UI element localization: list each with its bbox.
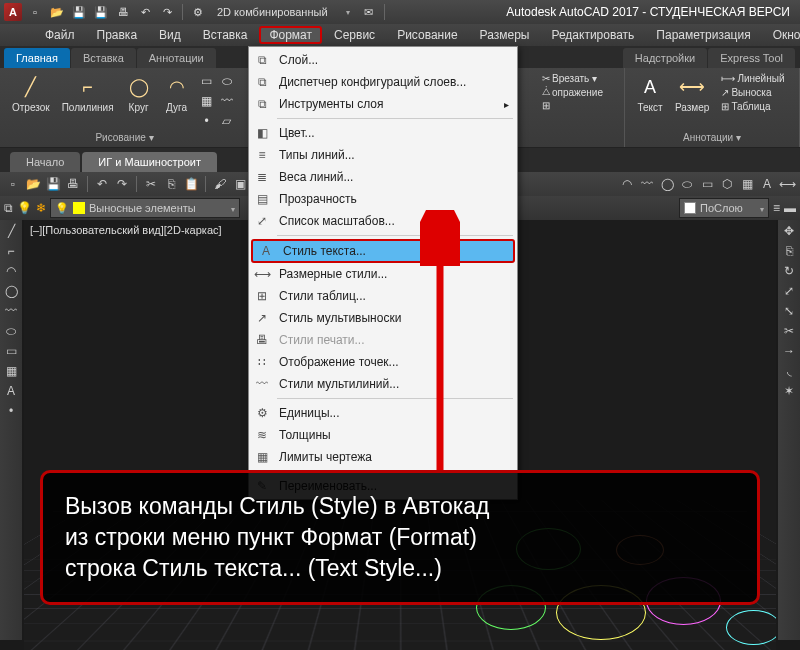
menu-insert[interactable]: Вставка — [193, 26, 258, 44]
layer-on-icon[interactable]: 💡 — [17, 201, 32, 215]
redo-icon[interactable]: ↷ — [158, 3, 176, 21]
hatch-icon[interactable]: ▦ — [198, 92, 216, 110]
format-menu-item[interactable]: AСтиль текста... — [251, 239, 515, 263]
format-menu-item[interactable]: ⧉Диспетчер конфигураций слоев... — [249, 71, 517, 93]
format-menu-item[interactable]: ≣Веса линий... — [249, 166, 517, 188]
move-icon[interactable]: ✥ — [780, 222, 798, 240]
array-button[interactable]: ⊞ — [538, 99, 616, 112]
lineweight-icon[interactable]: ▬ — [784, 201, 796, 215]
paste-icon[interactable]: 📋 — [182, 175, 200, 193]
format-menu-item[interactable]: ⧉Слой... — [249, 49, 517, 71]
text-tool-icon[interactable]: A — [758, 175, 776, 193]
cut-icon[interactable]: ✂ — [142, 175, 160, 193]
ribbon-tab-addins[interactable]: Надстройки — [623, 48, 707, 68]
trim-button[interactable]: ✂Врезать ▾ — [538, 72, 616, 85]
format-menu-item[interactable]: ≋Толщины — [249, 424, 517, 446]
fillet-icon[interactable]: ◟ — [780, 362, 798, 380]
undo-icon[interactable]: ↶ — [136, 3, 154, 21]
menu-tools[interactable]: Сервис — [324, 26, 385, 44]
qnew-icon[interactable]: ▫ — [4, 175, 22, 193]
menu-parametric[interactable]: Параметризация — [646, 26, 760, 44]
line-button[interactable]: ╱Отрезок — [8, 72, 54, 115]
rect-tool-icon[interactable]: ▭ — [698, 175, 716, 193]
qundo-icon[interactable]: ↶ — [93, 175, 111, 193]
ribbon-tab-insert[interactable]: Вставка — [71, 48, 136, 68]
qprint-icon[interactable]: 🖶 — [64, 175, 82, 193]
saveas-icon[interactable]: 💾 — [92, 3, 110, 21]
extend-icon[interactable]: → — [780, 342, 798, 360]
workspace-chevron-icon[interactable] — [338, 3, 356, 21]
explode-icon[interactable]: ✶ — [780, 382, 798, 400]
format-menu-item[interactable]: ∷Отображение точек... — [249, 351, 517, 373]
scale-icon[interactable]: ⤢ — [780, 282, 798, 300]
qredo-icon[interactable]: ↷ — [113, 175, 131, 193]
hatch2-icon[interactable]: ▦ — [2, 362, 20, 380]
share-icon[interactable]: ✉ — [360, 3, 378, 21]
ellipse2-icon[interactable]: ⬭ — [2, 322, 20, 340]
workspace-icon[interactable]: ⚙ — [189, 3, 207, 21]
menu-window[interactable]: Окно — [763, 26, 800, 44]
pline2-icon[interactable]: ⌐ — [2, 242, 20, 260]
dim-button[interactable]: ⟷Размер — [671, 72, 713, 115]
format-menu-item[interactable]: 🖶Стили печати... — [249, 329, 517, 351]
format-menu-item[interactable]: ▦Лимиты чертежа — [249, 446, 517, 468]
linetype-icon[interactable]: ≡ — [773, 201, 780, 215]
qopen-icon[interactable]: 📂 — [24, 175, 42, 193]
layer-freeze-icon[interactable]: ❄ — [36, 201, 46, 215]
layer-combo[interactable]: 💡 Выносные элементы — [50, 198, 240, 218]
ellipse-icon[interactable]: ⬭ — [218, 72, 236, 90]
leader-button[interactable]: ↗Выноска — [717, 86, 788, 99]
mirror-button[interactable]: ⧊опражение — [538, 85, 616, 99]
menu-modify[interactable]: Редактировать — [541, 26, 644, 44]
format-menu-item[interactable]: ⟷Размерные стили... — [249, 263, 517, 285]
ribbon-tab-express[interactable]: Express Tool — [708, 48, 795, 68]
polyline-button[interactable]: ⌐Полилиния — [58, 72, 118, 115]
format-menu-item[interactable]: ⚙Единицы... — [249, 402, 517, 424]
doc-tab-active[interactable]: ИГ и Машиностроит — [82, 152, 217, 172]
rect-icon[interactable]: ▭ — [198, 72, 216, 90]
color-combo[interactable]: ПоСлою — [679, 198, 769, 218]
format-menu-item[interactable]: ↗Стиль мультивыноски — [249, 307, 517, 329]
menu-draw[interactable]: Рисование — [387, 26, 467, 44]
spline-tool-icon[interactable]: 〰 — [638, 175, 656, 193]
format-menu-item[interactable]: ⧉Инструменты слоя▸ — [249, 93, 517, 115]
format-menu-item[interactable]: ▤Прозрачность — [249, 188, 517, 210]
layer-props-icon[interactable]: ⧉ — [4, 201, 13, 215]
print-icon[interactable]: 🖶 — [114, 3, 132, 21]
view-label[interactable]: [–][Пользовательский вид][2D-каркас] — [30, 224, 222, 236]
point2-icon[interactable]: • — [2, 402, 20, 420]
circle-button[interactable]: ◯Круг — [122, 72, 156, 115]
format-menu-item[interactable]: ⊞Стили таблиц... — [249, 285, 517, 307]
format-menu-item[interactable]: 〰Стили мультилиний... — [249, 373, 517, 395]
stretch-icon[interactable]: ⤡ — [780, 302, 798, 320]
dim-tool-icon[interactable]: ⟷ — [778, 175, 796, 193]
open-icon[interactable]: 📂 — [48, 3, 66, 21]
arc-button[interactable]: ◠Дуга — [160, 72, 194, 115]
text2-icon[interactable]: A — [2, 382, 20, 400]
format-menu-item[interactable]: ≡Типы линий... — [249, 144, 517, 166]
spline-icon[interactable]: 〰 — [218, 92, 236, 110]
qsave-icon[interactable]: 💾 — [44, 175, 62, 193]
menu-edit[interactable]: Правка — [87, 26, 148, 44]
match-icon[interactable]: 🖌 — [211, 175, 229, 193]
rect2-icon[interactable]: ▭ — [2, 342, 20, 360]
ellipse-tool-icon[interactable]: ⬭ — [678, 175, 696, 193]
menu-view[interactable]: Вид — [149, 26, 191, 44]
menu-format[interactable]: Формат — [259, 26, 322, 44]
menu-file[interactable]: Файл — [35, 26, 85, 44]
doc-tab-start[interactable]: Начало — [10, 152, 80, 172]
rotate-icon[interactable]: ↻ — [780, 262, 798, 280]
copy-icon[interactable]: ⎘ — [162, 175, 180, 193]
circle2-icon[interactable]: ◯ — [2, 282, 20, 300]
format-menu-item[interactable]: ⤢Список масштабов... — [249, 210, 517, 232]
save-icon[interactable]: 💾 — [70, 3, 88, 21]
panel-title-annot[interactable]: Аннотации ▾ — [633, 130, 791, 143]
point-icon[interactable]: • — [198, 112, 216, 130]
workspace-label[interactable]: 2D комбинированный — [211, 6, 334, 18]
arc-tool-icon[interactable]: ◠ — [618, 175, 636, 193]
app-icon[interactable]: A — [4, 3, 22, 21]
format-menu-item[interactable]: ◧Цвет... — [249, 122, 517, 144]
ribbon-tab-annot[interactable]: Аннотации — [137, 48, 216, 68]
trim2-icon[interactable]: ✂ — [780, 322, 798, 340]
ribbon-tab-home[interactable]: Главная — [4, 48, 70, 68]
